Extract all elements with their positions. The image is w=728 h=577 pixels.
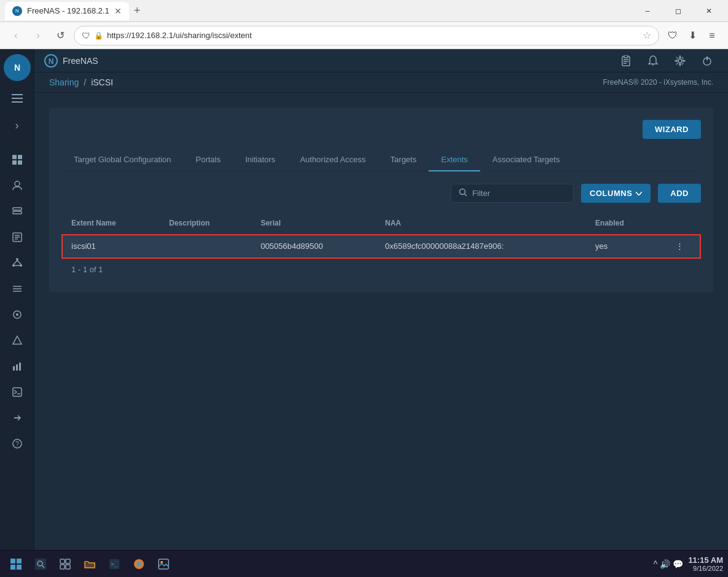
- taskbar-app-fileexplorer[interactable]: [79, 553, 101, 575]
- taskbar-sys-icons: ^ 🔊 💬: [654, 559, 684, 569]
- help-icon: ?: [12, 439, 22, 449]
- download-icon[interactable]: ⬇: [684, 27, 701, 44]
- svg-rect-59: [85, 563, 95, 568]
- tabs-container: Target Global Configuration Portals Init…: [61, 149, 701, 171]
- address-bar[interactable]: 🛡 🔒 https://192.168.2.1/ui/sharing/iscsi…: [74, 26, 659, 45]
- tab-portals[interactable]: Portals: [183, 149, 232, 171]
- content-card: WIZARD Target Global Configuration Porta…: [49, 108, 713, 292]
- advanced-icon: [12, 413, 22, 423]
- expand-sidebar-button[interactable]: ›: [5, 113, 30, 138]
- menu-icon[interactable]: ≡: [703, 27, 721, 44]
- svg-rect-56: [66, 559, 70, 563]
- extents-table: Extent Name Description Serial NAA Enabl…: [61, 213, 701, 259]
- clipboard-icon[interactable]: [615, 50, 637, 72]
- bell-icon[interactable]: [642, 50, 664, 72]
- window-close-button[interactable]: ✕: [695, 2, 723, 20]
- breadcrumb-separator: /: [84, 77, 86, 87]
- taskbar-taskview-icon: [60, 559, 71, 570]
- taskbar-app-firefox[interactable]: [128, 553, 150, 575]
- sidebar-item-reporting[interactable]: [5, 354, 30, 379]
- table-header: Extent Name Description Serial NAA Enabl…: [61, 213, 701, 234]
- wizard-row: WIZARD: [61, 120, 701, 139]
- svg-line-19: [14, 261, 17, 264]
- cell-description: [159, 234, 251, 259]
- window-maximize-button[interactable]: ◻: [664, 2, 692, 20]
- col-enabled: Enabled: [585, 213, 659, 234]
- sidebar-item-apps[interactable]: [5, 328, 30, 353]
- sidebar-item-help[interactable]: ?: [5, 431, 30, 456]
- svg-point-43: [678, 59, 682, 63]
- taskbar-firefox-icon: [133, 559, 144, 570]
- window-minimize-button[interactable]: –: [633, 2, 662, 20]
- sidebar-item-accounts[interactable]: [5, 173, 30, 198]
- cell-extent-name: iscsi01: [61, 234, 159, 259]
- svg-point-63: [136, 562, 141, 567]
- start-button[interactable]: [5, 553, 27, 575]
- app-title: FreeNAS: [63, 56, 98, 66]
- tab-target-global-configuration[interactable]: Target Global Configuration: [61, 149, 183, 171]
- tab-extents[interactable]: Extents: [429, 149, 480, 171]
- sidebar-item-dashboard[interactable]: [5, 147, 30, 172]
- sidebar-top-controls: ›: [5, 86, 30, 138]
- windows-icon: [10, 558, 22, 570]
- sidebar-item-advanced[interactable]: [5, 406, 30, 430]
- shield-extension-icon[interactable]: 🛡: [664, 27, 681, 44]
- reload-button[interactable]: ↺: [52, 27, 69, 44]
- columns-button[interactable]: COLUMNS: [581, 184, 651, 203]
- svg-point-9: [15, 181, 20, 186]
- filter-box[interactable]: [451, 184, 574, 203]
- svg-text:N: N: [14, 63, 20, 73]
- new-tab-button[interactable]: +: [134, 4, 141, 17]
- tab-targets[interactable]: Targets: [378, 149, 429, 171]
- tab-initiators[interactable]: Initiators: [233, 149, 288, 171]
- add-button[interactable]: ADD: [658, 184, 701, 203]
- sidebar-item-tasks[interactable]: [5, 225, 30, 249]
- taskbar-expand-icon[interactable]: ^: [654, 559, 658, 569]
- svg-rect-27: [13, 366, 15, 371]
- table-row[interactable]: iscsi01 005056b4d89500 0x6589cfc00000088…: [61, 234, 701, 259]
- svg-rect-49: [17, 559, 22, 563]
- svg-rect-2: [12, 94, 23, 95]
- taskbar-app-search[interactable]: [30, 553, 52, 575]
- wizard-button[interactable]: WIZARD: [643, 120, 701, 139]
- lock-icon: 🔒: [94, 31, 103, 40]
- sidebar-item-vm[interactable]: [5, 302, 30, 327]
- tab-associated-targets[interactable]: Associated Targets: [480, 149, 572, 171]
- taskbar-notification-icon[interactable]: 💬: [673, 559, 683, 569]
- app-logo[interactable]: N: [4, 54, 31, 81]
- accounts-icon: [12, 181, 22, 190]
- taskbar-app-taskview[interactable]: [54, 553, 76, 575]
- breadcrumb-parent[interactable]: Sharing: [49, 77, 79, 87]
- row-actions-button[interactable]: ⋮: [659, 234, 701, 259]
- content-area: N FreeNAS: [34, 49, 728, 554]
- col-actions: [659, 213, 701, 234]
- power-icon[interactable]: [696, 50, 718, 72]
- tasks-icon: [12, 232, 22, 242]
- taskbar: >_ ^ 🔊 💬 11:15 AM 9/16/2022: [0, 550, 728, 577]
- svg-rect-51: [17, 565, 22, 570]
- svg-rect-10: [13, 208, 22, 210]
- hamburger-menu-button[interactable]: [5, 86, 30, 111]
- sidebar-item-shell[interactable]: [5, 380, 30, 404]
- hamburger-icon: [12, 94, 23, 103]
- svg-point-26: [16, 313, 18, 316]
- gear-icon[interactable]: [669, 50, 691, 72]
- taskbar-app-cmd[interactable]: >_: [103, 553, 125, 575]
- tab-close-button[interactable]: ✕: [114, 6, 122, 16]
- sidebar-item-services[interactable]: [5, 277, 30, 301]
- sidebar-item-network[interactable]: [5, 251, 30, 275]
- taskbar-app-photos[interactable]: [152, 553, 175, 575]
- sidebar-item-storage[interactable]: [5, 199, 30, 224]
- col-naa: NAA: [375, 213, 585, 234]
- forward-button[interactable]: ›: [30, 27, 47, 44]
- filter-input[interactable]: [472, 189, 566, 198]
- tab-authorized-access[interactable]: Authorized Access: [288, 149, 378, 171]
- svg-rect-55: [60, 559, 65, 563]
- svg-rect-57: [60, 565, 65, 569]
- services-icon: [12, 284, 22, 294]
- taskbar-speaker-icon[interactable]: 🔊: [660, 559, 670, 569]
- back-button[interactable]: ‹: [7, 27, 25, 44]
- browser-tab[interactable]: N FreeNAS - 192.168.2.1 ✕: [5, 2, 129, 20]
- bookmark-icon[interactable]: ☆: [643, 29, 651, 41]
- address-text: https://192.168.2.1/ui/sharing/iscsi/ext…: [107, 31, 639, 40]
